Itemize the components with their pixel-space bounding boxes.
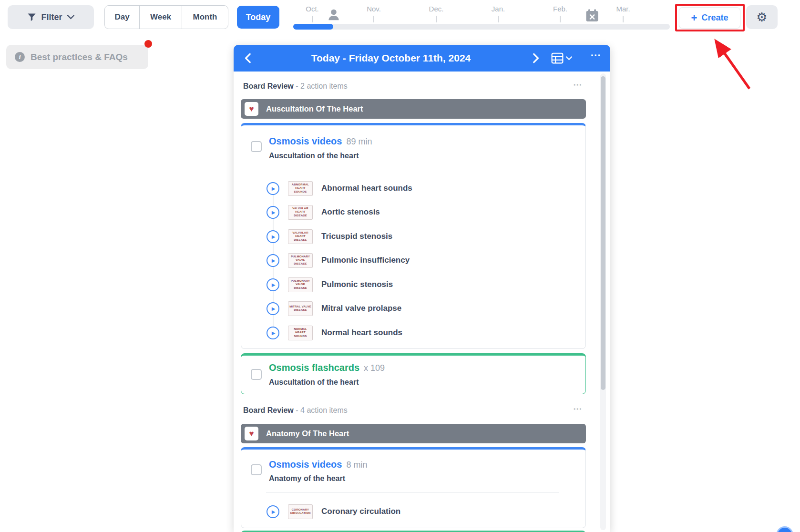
- heart-icon: ♥: [245, 427, 258, 440]
- chevron-down-icon: [67, 15, 74, 20]
- next-day-button[interactable]: [529, 52, 542, 64]
- timeline: Oct. Nov. Dec. Jan. Feb. Mar.: [293, 0, 670, 34]
- card-subtitle: Auscultation of the heart: [269, 378, 359, 387]
- video-item[interactable]: ▶ ABNORMAL HEART SOUNDS Abnormal heart s…: [241, 176, 585, 200]
- timeline-month: Jan.: [492, 5, 505, 13]
- create-button[interactable]: + Create: [679, 7, 740, 29]
- video-item[interactable]: ▶ PULMONARY VALVE DISEASE Pulmonic insuf…: [241, 248, 585, 272]
- scrollbar-thumb[interactable]: [601, 76, 605, 390]
- timeline-month: Mar.: [616, 5, 630, 13]
- gear-icon: ⚙: [756, 10, 767, 25]
- timeline-month: Oct.: [306, 5, 319, 13]
- videos-card: Osmosis videos 8 min Anatomy of the hear…: [241, 447, 586, 528]
- flashcards-checkbox[interactable]: [251, 369, 262, 380]
- video-thumbnail: ABNORMAL HEART SOUNDS: [288, 181, 313, 196]
- table-view-icon: [551, 52, 564, 64]
- video-thumbnail: CORONARY CIRCULATION: [288, 504, 313, 519]
- filter-label: Filter: [41, 12, 62, 22]
- play-icon[interactable]: ▶: [267, 230, 279, 243]
- view-mode-dropdown[interactable]: [551, 51, 578, 65]
- video-title: Normal heart sounds: [321, 328, 402, 338]
- card-title: Osmosis videos 8 min: [269, 459, 367, 470]
- video-thumbnail: VALVULAR HEART DISEASE: [288, 205, 313, 220]
- card-subtitle: Auscultation of the heart: [269, 152, 359, 160]
- card-title: Osmosis videos 89 min: [269, 136, 372, 147]
- topic-title: Anatomy Of The Heart: [266, 429, 349, 438]
- best-practices-button[interactable]: i Best practices & FAQs: [6, 45, 148, 69]
- panel-more-options-button[interactable]: ⋯: [590, 49, 602, 61]
- best-practices-label: Best practices & FAQs: [31, 52, 128, 62]
- video-title: Pulmonic stenosis: [321, 280, 393, 289]
- panel-scrollbar[interactable]: [600, 73, 606, 530]
- timeline-month: Feb.: [553, 5, 567, 13]
- video-title: Pulmonic insufficiency: [321, 256, 410, 265]
- filter-icon: [27, 13, 36, 22]
- play-icon[interactable]: ▶: [267, 206, 279, 219]
- video-item[interactable]: ▶ VALVULAR HEART DISEASE Tricuspid steno…: [241, 225, 585, 248]
- topic-bar[interactable]: ♥ Anatomy Of The Heart: [241, 424, 586, 443]
- video-title: Mitral valve prolapse: [321, 304, 401, 313]
- card-subtitle: Anatomy of the heart: [269, 474, 345, 483]
- topic-title: Auscultation Of The Heart: [266, 104, 363, 113]
- play-icon[interactable]: ▶: [267, 327, 279, 339]
- today-button[interactable]: Today: [237, 6, 279, 29]
- video-thumbnail: VALVULAR HEART DISEASE: [288, 229, 313, 244]
- timeline-tick: [623, 16, 624, 22]
- section-heading: Board Review - 2 action items: [243, 82, 348, 92]
- previous-day-button[interactable]: [242, 52, 255, 64]
- play-icon[interactable]: ▶: [267, 182, 279, 195]
- duration-label: 89 min: [346, 137, 372, 147]
- play-icon[interactable]: ▶: [267, 505, 279, 518]
- settings-button[interactable]: ⚙: [746, 5, 778, 29]
- video-thumbnail: PULMONARY VALVE DISEASE: [288, 277, 313, 292]
- videos-checkbox[interactable]: [251, 141, 262, 152]
- flashcards-card: Osmosis flashcards x 109 Auscultation of…: [241, 353, 586, 394]
- view-month-button[interactable]: Month: [182, 6, 228, 29]
- chevron-down-icon: [566, 56, 572, 61]
- day-panel: Today - Friday October 11th, 2024 ⋯ Boar…: [234, 45, 610, 532]
- video-thumbnail: NORMAL HEART SOUNDS: [288, 326, 313, 340]
- duration-label: 8 min: [346, 460, 367, 470]
- app-window: Filter Day Week Month Today Oct. Nov. De…: [0, 0, 800, 532]
- topic-bar[interactable]: ♥ Auscultation Of The Heart: [241, 99, 586, 119]
- info-icon: i: [15, 52, 25, 62]
- view-day-button[interactable]: Day: [105, 6, 139, 29]
- video-item[interactable]: ▶ CORONARY CIRCULATION Coronary circulat…: [241, 500, 585, 523]
- timeline-month: Nov.: [367, 5, 381, 13]
- resource-type-label: Osmosis flashcards: [269, 362, 359, 373]
- chat-bubble-button[interactable]: [776, 526, 793, 532]
- video-item[interactable]: ▶ PULMONARY VALVE DISEASE Pulmonic steno…: [241, 273, 585, 297]
- create-label: Create: [701, 13, 728, 23]
- view-switcher: Day Week Month: [104, 5, 228, 29]
- person-marker-icon[interactable]: [327, 8, 341, 22]
- play-icon[interactable]: ▶: [267, 254, 279, 267]
- heart-icon: ♥: [245, 102, 258, 116]
- video-item[interactable]: ▶ NORMAL HEART SOUNDS Normal heart sound…: [241, 321, 585, 345]
- section-more-options-button[interactable]: ⋯: [573, 403, 583, 414]
- section-more-options-button[interactable]: ⋯: [573, 79, 583, 90]
- resource-type-label: Osmosis videos: [269, 459, 342, 470]
- annotation-arrow: [689, 30, 770, 99]
- filter-button[interactable]: Filter: [8, 5, 94, 29]
- timeline-month: Dec.: [429, 5, 444, 13]
- divider: [266, 169, 559, 169]
- notification-dot: [144, 40, 152, 48]
- view-week-button[interactable]: Week: [139, 6, 182, 29]
- play-icon[interactable]: ▶: [267, 302, 279, 315]
- videos-checkbox[interactable]: [251, 464, 262, 475]
- play-icon[interactable]: ▶: [267, 278, 279, 291]
- timeline-track[interactable]: [293, 24, 670, 30]
- video-item[interactable]: ▶ MITRAL VALVE DISEASE Mitral valve prol…: [241, 297, 585, 320]
- video-title: Tricuspid stenosis: [321, 232, 392, 241]
- panel-title: Today - Friday October 11th, 2024: [262, 45, 520, 72]
- plus-icon: +: [691, 13, 697, 23]
- timeline-tick: [373, 16, 374, 22]
- video-thumbnail: MITRAL VALVE DISEASE: [288, 301, 313, 316]
- timeline-tick: [560, 16, 561, 22]
- video-item[interactable]: ▶ VALVULAR HEART DISEASE Aortic stenosis: [241, 200, 585, 224]
- video-title: Aortic stenosis: [321, 207, 380, 217]
- resource-type-label: Osmosis videos: [269, 136, 342, 147]
- panel-header: Today - Friday October 11th, 2024 ⋯: [234, 45, 610, 72]
- calendar-x-marker-icon[interactable]: [585, 9, 599, 23]
- timeline-tick: [312, 16, 313, 22]
